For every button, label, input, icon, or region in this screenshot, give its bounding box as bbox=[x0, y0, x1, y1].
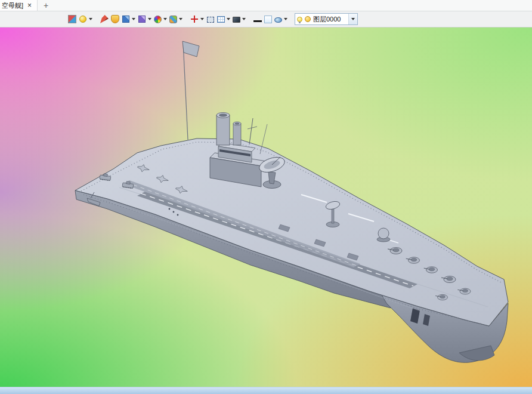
carrier-model[interactable] bbox=[0, 27, 532, 394]
grid-view-icon bbox=[217, 16, 225, 23]
tab-close-icon[interactable]: × bbox=[27, 2, 32, 9]
dropdown-arrow-icon[interactable] bbox=[200, 18, 204, 20]
grid-view-button[interactable] bbox=[216, 13, 231, 26]
render-mode-icon bbox=[68, 15, 76, 23]
dropdown-arrow-icon[interactable] bbox=[242, 18, 246, 20]
main-toolbar: 图层0000 bbox=[0, 11, 532, 27]
viewport-3d[interactable] bbox=[0, 27, 532, 394]
background-color-icon bbox=[264, 16, 272, 23]
screen-display-icon bbox=[233, 17, 240, 23]
document-tab-title: 空母舰] bbox=[2, 1, 23, 10]
window-select-button[interactable] bbox=[205, 13, 216, 26]
layer-name: 图层0000 bbox=[311, 15, 348, 24]
new-tab-button[interactable]: + bbox=[38, 0, 54, 11]
combo-dropdown-button[interactable] bbox=[348, 14, 357, 24]
material-button[interactable] bbox=[110, 13, 120, 26]
line-width-icon bbox=[253, 20, 262, 22]
document-tab[interactable]: 空母舰] × bbox=[0, 0, 38, 11]
texture-button[interactable] bbox=[168, 13, 184, 26]
dropdown-arrow-icon[interactable] bbox=[284, 18, 287, 20]
line-width-button[interactable] bbox=[252, 13, 263, 26]
coordinate-axis-icon bbox=[190, 15, 199, 23]
screen-display-button[interactable] bbox=[231, 13, 247, 26]
coordinate-axis-button[interactable] bbox=[189, 13, 205, 26]
cad-window: 空母舰] × + 图层0000 bbox=[0, 0, 532, 394]
layer-visibility-icon[interactable] bbox=[297, 17, 302, 22]
dropdown-arrow-icon[interactable] bbox=[148, 18, 151, 20]
solid-display-icon bbox=[122, 16, 129, 23]
light-button[interactable] bbox=[78, 13, 94, 26]
horizontal-scrollbar[interactable] bbox=[0, 387, 532, 394]
layer-color-icon[interactable] bbox=[305, 16, 311, 22]
color-wheel-button[interactable] bbox=[153, 13, 168, 26]
tab-bar: 空母舰] × + bbox=[0, 0, 532, 11]
layer-combo[interactable]: 图层0000 bbox=[295, 13, 358, 25]
sketch-button[interactable] bbox=[99, 13, 110, 26]
flag-mast[interactable] bbox=[183, 41, 199, 140]
transparent-display-button[interactable] bbox=[137, 13, 153, 26]
solid-display-button[interactable] bbox=[120, 13, 137, 26]
material-icon bbox=[111, 15, 119, 23]
dropdown-arrow-icon[interactable] bbox=[132, 18, 135, 20]
sketch-icon bbox=[100, 15, 109, 23]
light-icon bbox=[79, 16, 86, 23]
dropdown-arrow-icon[interactable] bbox=[179, 18, 183, 20]
dropdown-arrow-icon[interactable] bbox=[227, 18, 230, 20]
texture-icon bbox=[169, 16, 177, 23]
render-mode-button[interactable] bbox=[67, 13, 78, 26]
dropdown-arrow-icon[interactable] bbox=[163, 18, 167, 20]
window-select-icon bbox=[207, 17, 214, 23]
lens-view-icon bbox=[274, 17, 282, 23]
background-color-button[interactable] bbox=[263, 13, 273, 26]
transparent-display-icon bbox=[138, 16, 146, 23]
lens-view-button[interactable] bbox=[273, 13, 289, 26]
color-wheel-icon bbox=[154, 16, 162, 23]
dropdown-arrow-icon[interactable] bbox=[89, 18, 92, 20]
